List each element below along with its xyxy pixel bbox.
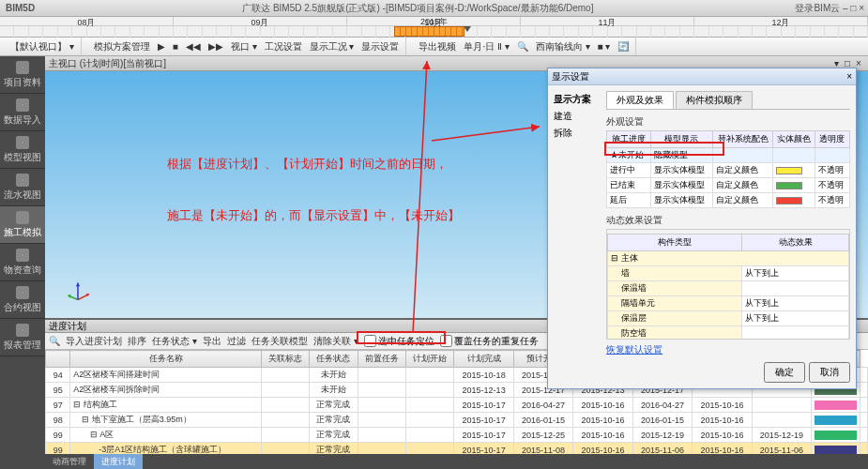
toolbar-button[interactable]: 导出视频 [416,39,459,54]
sidebar-item[interactable]: 物资查询 [0,244,45,281]
ok-button[interactable]: 确定 [764,362,805,383]
toolbar-button[interactable]: 🔍 [514,40,531,53]
type-row[interactable]: 墙从下到上 [608,266,849,281]
plan-tool[interactable]: 排序 [128,335,146,348]
toolbar-button[interactable]: ■ [170,40,181,53]
display-settings-dialog[interactable]: 显示设置 × 显示方案建造拆除 外观及效果构件模拟顺序 外观设置 施工进度模型显… [547,68,857,389]
dialog-left-column: 显示方案建造拆除 [554,91,601,142]
rule-table[interactable]: 施工进度模型显示替补系统配色实体颜色透明度★未开始隐藏模型进行中显示实体模型自定… [606,130,850,208]
restore-defaults-link[interactable]: 恢复默认设置 [606,344,662,355]
toolbar-button[interactable]: 显示设置 [358,39,402,54]
dialog-title-bar[interactable]: 显示设置 × [548,68,856,85]
window-title: 广联达 BIM5D 2.5旗舰版(正式版) -[BIM5D项目案例-D:/Wor… [40,2,795,15]
toolbar-button[interactable]: 西南输线向 ▾ [533,39,593,54]
toolbar-button[interactable]: 【默认视口】 ▾ [8,39,77,54]
timeline-marker[interactable] [464,26,471,32]
type-row[interactable]: ⊟ 主体 [608,251,849,266]
plan-tool[interactable]: 导出 [203,335,221,348]
sidebar-item[interactable]: 施工模拟 [0,206,45,244]
dialog-tab[interactable]: 构件模拟顺序 [676,91,753,109]
toolbar-button[interactable]: ▶ [155,40,168,53]
plan-tool[interactable]: 🔍 [49,336,60,346]
toolbar-button[interactable]: 模拟方案管理 [91,39,153,54]
plan-tool[interactable]: 导入进度计划 [66,335,122,348]
type-row[interactable]: 防空墙 [608,326,849,340]
dialog-left-item[interactable]: 拆除 [554,125,601,142]
plan-checkbox[interactable]: 选中任务定位 [364,335,434,348]
dialog-left-item[interactable]: 显示方案 [554,91,601,108]
sidebar-item[interactable]: 项目资料 [0,56,45,94]
toolbar-button[interactable]: 单月·日 Ⅱ ▾ [461,39,511,54]
toolbar-button[interactable]: 🔄 [615,40,632,53]
annotation-2: 施工是【未开始】的，而【显示设置】中，【未开始】 [167,207,460,224]
axis-gizmo [64,279,92,307]
plan-tool[interactable]: 任务状态 ▾ [152,335,197,348]
dynamic-subtitle: 动态效果设置 [606,214,850,227]
sidebar-item[interactable]: 数据导入 [0,94,45,131]
dialog-tabs: 外观及效果构件模拟顺序 [606,91,850,110]
dialog-body: 显示方案建造拆除 外观及效果构件模拟顺序 外观设置 施工进度模型显示替补系统配色… [548,85,856,388]
toolbar-button[interactable]: ◀◀ [183,40,204,53]
sidebar-item[interactable]: 流水视图 [0,169,45,206]
rule-row[interactable]: 已结束显示实体模型自定义颜色不透明 [607,178,850,193]
type-row[interactable]: 保温层从下到上 [608,311,849,326]
app-logo: BIM5D [0,3,40,13]
rule-row[interactable]: 延后显示实体模型自定义颜色不透明 [607,193,850,208]
table-row[interactable]: 99 ⊟ A区正常完成2015-10-172015-12-252015-10-1… [46,428,868,443]
close-icon[interactable]: × [846,71,852,82]
type-row[interactable]: 隔墙单元从下到上 [608,296,849,311]
toolbar-button[interactable]: ▶▶ [206,40,226,53]
title-bar: BIM5D 广联达 BIM5D 2.5旗舰版(正式版) -[BIM5D项目案例-… [0,0,868,17]
toolbar-button[interactable]: 视口 ▾ [228,39,260,54]
table-row[interactable]: 97⊟ 结构施工正常完成2015-10-172016-04-272015-10-… [46,398,868,413]
toolbar-button[interactable]: ■ ▾ [595,40,614,53]
dialog-left-item[interactable]: 建造 [554,108,601,125]
rule-row[interactable]: ★未开始隐藏模型 [607,148,850,163]
bottom-tabs: 动画管理进度计划 [45,454,868,469]
window-controls[interactable]: 登录BIM云 – □ × [795,2,868,15]
toolbar-button[interactable]: 显示工况 ▾ [307,39,358,54]
type-row[interactable]: 保温墙 [608,281,849,296]
svg-marker-5 [76,283,81,287]
plan-tool[interactable]: 任务关联模型 [251,335,308,348]
timeline[interactable]: 2015年 08月09月10月11月12月 [0,17,868,38]
plan-checkbox[interactable]: 覆盖任务的重复任务 [440,335,539,348]
dialog-title: 显示设置 [552,70,589,83]
toolbar: 【默认视口】 ▾模拟方案管理▶■◀◀▶▶视口 ▾工况设置显示工况 ▾显示设置导出… [0,38,868,56]
appearance-subtitle: 外观设置 [606,115,850,129]
cancel-button[interactable]: 取消 [809,362,850,383]
rule-row[interactable]: 进行中显示实体模型自定义颜色不透明 [607,163,850,178]
plan-tool[interactable]: 过滤 [227,335,246,348]
dialog-tab[interactable]: 外观及效果 [606,91,674,109]
timeline-highlight[interactable] [394,26,464,37]
sidebar: 项目资料数据导入模型视图流水视图施工模拟物资查询合约视图报表管理 [0,56,45,469]
bottom-tab[interactable]: 进度计划 [94,454,143,469]
type-table[interactable]: 构件类型动态效果⊟ 主体墙从下到上保温墙隔墙单元从下到上保温层从下到上防空墙门从… [607,234,849,340]
table-row[interactable]: 98 ⊟ 地下室施工（层高3.95m）正常完成2015-10-172016-01… [46,413,868,428]
toolbar-button[interactable]: 工况设置 [262,39,305,54]
annotation-1: 根据【进度计划】、【计划开始】时间之前的日期， [167,156,448,173]
sidebar-item[interactable]: 模型视图 [0,131,45,169]
bottom-tab[interactable]: 动画管理 [45,454,94,469]
sidebar-item[interactable]: 合约视图 [0,281,45,319]
plan-tool[interactable]: 清除关联 ▾ [313,335,358,348]
sidebar-item[interactable]: 报表管理 [0,319,45,356]
